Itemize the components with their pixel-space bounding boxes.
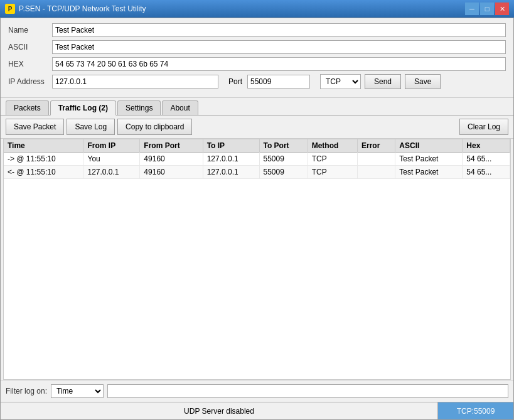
title-bar-text: P.SEN - TCP/UDP Network Test Utility	[19, 4, 465, 13]
protocol-select[interactable]: TCP UDP	[320, 74, 361, 89]
form-area: Name ASCII HEX IP Address Port TCP UDP S…	[1, 18, 513, 98]
ip-port-row: IP Address Port TCP UDP Send Save	[8, 74, 506, 89]
tab-settings[interactable]: Settings	[117, 100, 161, 115]
send-button[interactable]: Send	[365, 74, 401, 89]
hex-input[interactable]	[52, 57, 506, 71]
tab-packets[interactable]: Packets	[6, 100, 49, 115]
col-method: Method	[308, 139, 357, 153]
title-bar-buttons: ─ □ ✕	[465, 3, 509, 15]
minimize-button[interactable]: ─	[465, 3, 479, 15]
log-table-area: Time From IP From Port To IP To Port Met…	[3, 139, 511, 380]
tabs-container: Packets Traffic Log (2) Settings About	[1, 98, 513, 116]
col-to-port: To Port	[259, 139, 308, 153]
log-table: Time From IP From Port To IP To Port Met…	[4, 139, 510, 179]
udp-status: UDP Server disabled	[1, 402, 438, 419]
col-to-ip: To IP	[203, 139, 259, 153]
table-cell: 54 65...	[463, 153, 510, 166]
table-row[interactable]: <- @ 11:55:10127.0.0.149160127.0.0.15500…	[4, 166, 510, 179]
name-row: Name	[8, 23, 506, 37]
table-cell: 127.0.0.1	[203, 166, 259, 179]
table-cell: 55009	[259, 166, 308, 179]
port-input[interactable]	[247, 75, 310, 89]
col-from-port: From Port	[140, 139, 203, 153]
table-cell: You	[83, 153, 140, 166]
filter-select[interactable]: Time From IP From Port To IP To Port Met…	[51, 384, 104, 398]
main-window: Name ASCII HEX IP Address Port TCP UDP S…	[0, 18, 514, 420]
table-cell: TCP	[308, 153, 357, 166]
filter-input[interactable]	[107, 384, 508, 398]
table-cell: Test Packet	[395, 166, 463, 179]
table-header-row: Time From IP From Port To IP To Port Met…	[4, 139, 510, 153]
port-label: Port	[228, 77, 242, 86]
hex-row: HEX	[8, 57, 506, 71]
name-label: Name	[8, 26, 52, 35]
table-cell: 55009	[259, 153, 308, 166]
save-log-button[interactable]: Save Log	[67, 119, 115, 135]
table-cell: TCP	[308, 166, 357, 179]
app-icon: P	[5, 4, 15, 14]
save-button-right[interactable]: Save	[405, 74, 441, 89]
table-cell: Test Packet	[395, 153, 463, 166]
col-time: Time	[4, 139, 83, 153]
col-ascii: ASCII	[395, 139, 463, 153]
col-hex: Hex	[463, 139, 510, 153]
table-cell: <- @ 11:55:10	[4, 166, 83, 179]
ascii-input[interactable]	[52, 40, 506, 54]
copy-clipboard-button[interactable]: Copy to clipboard	[117, 119, 192, 135]
maximize-button[interactable]: □	[480, 3, 494, 15]
table-row[interactable]: -> @ 11:55:10You49160127.0.0.155009TCPTe…	[4, 153, 510, 166]
name-input[interactable]	[52, 23, 506, 37]
ip-label: IP Address	[8, 77, 52, 86]
table-cell: 49160	[140, 166, 203, 179]
filter-row: Filter log on: Time From IP From Port To…	[1, 380, 513, 402]
toolbar: Save Packet Save Log Copy to clipboard C…	[1, 116, 513, 139]
close-button[interactable]: ✕	[495, 3, 509, 15]
tcp-status: TCP:55009	[438, 402, 513, 419]
ip-input[interactable]	[52, 75, 218, 89]
table-cell	[358, 153, 395, 166]
status-bar: UDP Server disabled TCP:55009	[1, 402, 513, 419]
table-cell: -> @ 11:55:10	[4, 153, 83, 166]
tab-traffic-log[interactable]: Traffic Log (2)	[50, 100, 116, 116]
filter-label: Filter log on:	[6, 387, 47, 396]
table-cell: 127.0.0.1	[203, 153, 259, 166]
table-cell	[358, 166, 395, 179]
save-packet-button[interactable]: Save Packet	[6, 119, 64, 135]
clear-log-button[interactable]: Clear Log	[459, 119, 508, 135]
tab-about[interactable]: About	[162, 100, 198, 115]
ascii-label: ASCII	[8, 43, 52, 51]
ascii-row: ASCII	[8, 40, 506, 54]
table-cell: 49160	[140, 153, 203, 166]
table-cell: 54 65...	[463, 166, 510, 179]
col-error: Error	[358, 139, 395, 153]
table-cell: 127.0.0.1	[83, 166, 140, 179]
hex-label: HEX	[8, 60, 52, 68]
col-from-ip: From IP	[83, 139, 140, 153]
title-bar: P P.SEN - TCP/UDP Network Test Utility ─…	[0, 0, 514, 18]
